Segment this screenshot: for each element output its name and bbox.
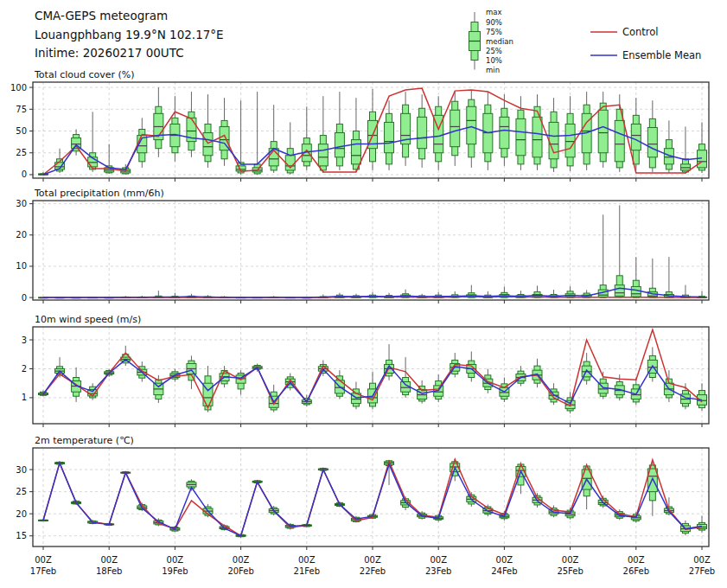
- panel-title-precip: Total precipitation (mm/6h): [34, 188, 164, 199]
- x-tick-date: 24Feb: [491, 566, 517, 576]
- boxplot: [335, 92, 344, 170]
- boxplot: [302, 106, 311, 170]
- legend-box-label: 90%: [486, 18, 502, 27]
- y-tick-label: 0: [22, 169, 27, 179]
- boxplot: [615, 205, 624, 297]
- y-tick-label: 15: [16, 531, 27, 540]
- boxplot: [154, 87, 163, 157]
- boxplot: [680, 285, 690, 297]
- y-tick-label: 1: [22, 393, 27, 402]
- y-tick-label: 0: [22, 293, 27, 303]
- panel-wind: 12310m wind speed (m/s): [22, 314, 709, 427]
- boxplot: [467, 90, 476, 168]
- legend-boxplot-sample: max90%75%median25%10%min: [469, 8, 513, 74]
- boxplot: [680, 126, 690, 173]
- x-tick-date: 23Feb: [425, 566, 451, 576]
- grid: [33, 201, 709, 300]
- x-tick-date: 17Feb: [30, 566, 56, 576]
- boxplot: [598, 214, 608, 297]
- y-tick-label: 30: [16, 199, 27, 208]
- boxplot: [598, 92, 608, 168]
- y-tick-label: 50: [16, 126, 27, 136]
- legend-box-label: median: [486, 37, 513, 46]
- boxplot: [664, 120, 673, 173]
- boxplot: [647, 347, 657, 381]
- boxplot: [236, 370, 246, 394]
- boxplot: [631, 378, 641, 406]
- boxplot: [532, 94, 542, 170]
- boxplot: [318, 96, 328, 173]
- boxplot: [401, 92, 411, 166]
- boxplot: [434, 96, 443, 170]
- panel-title-wind: 10m wind speed (m/s): [35, 314, 141, 325]
- y-tick-label: 25: [16, 487, 27, 496]
- x-tick-date: 21Feb: [294, 566, 320, 576]
- boxplot: [220, 98, 229, 166]
- boxplot: [698, 122, 707, 173]
- grid: [33, 448, 709, 546]
- panel-precip: 0102030Total precipitation (mm/6h): [16, 188, 709, 304]
- meteogram-figure: CMA-GEPS meteogram Louangphbang 19.9°N 1…: [0, 0, 727, 588]
- boxplot: [401, 357, 411, 398]
- x-tick-time: 00Z: [430, 555, 447, 565]
- precip-frame: [33, 201, 709, 300]
- boxplot: [252, 92, 262, 175]
- x-tick-date: 20Feb: [227, 566, 253, 576]
- y-tick-label: 2: [22, 364, 27, 374]
- boxplot: [351, 98, 360, 172]
- legend-control-label: Control: [622, 26, 659, 38]
- x-tick-time: 00Z: [693, 555, 711, 565]
- x-tick-time: 00Z: [562, 555, 579, 565]
- temp-frame: [33, 448, 709, 546]
- boxplot: [187, 355, 196, 388]
- x-tick-time: 00Z: [628, 555, 645, 565]
- boxplot: [664, 257, 673, 297]
- x-tick-date: 18Feb: [96, 566, 122, 576]
- legend-mean-label: Ensemble Mean: [622, 49, 701, 61]
- grid: [33, 327, 709, 424]
- x-tick-date: 22Feb: [360, 566, 386, 576]
- boxplot: [664, 370, 673, 402]
- y-tick-label: 3: [22, 336, 27, 345]
- boxplot: [203, 94, 213, 168]
- boxplot: [385, 100, 394, 170]
- x-tick-time: 00Z: [496, 555, 513, 565]
- panel-title-temp: 2m temperature (℃): [35, 435, 134, 446]
- x-tick-date: 26Feb: [623, 566, 649, 576]
- cloud-boxplots: [39, 87, 707, 175]
- x-tick-date: 19Feb: [162, 566, 188, 576]
- boxplot: [698, 383, 707, 411]
- boxplot: [565, 96, 575, 171]
- boxplot: [647, 100, 657, 172]
- legend-box-label: max: [486, 8, 502, 16]
- x-tick-time: 00Z: [167, 555, 184, 565]
- meteogram-chart: 0255075100Total cloud cover (%)0102030To…: [0, 0, 727, 588]
- x-tick-time: 00Z: [35, 555, 52, 565]
- x-tick-time: 00Z: [364, 555, 381, 565]
- boxplot: [170, 96, 180, 162]
- wind-frame: [33, 327, 709, 424]
- y-tick-label: 10: [16, 261, 27, 271]
- y-tick-label: 20: [16, 230, 27, 240]
- legend-box-label: 75%: [486, 28, 502, 36]
- legend-box-label: 25%: [486, 47, 502, 55]
- boxplot: [647, 259, 657, 297]
- panel-temp: 152025302m temperature (℃): [16, 435, 709, 550]
- y-tick-label: 25: [16, 148, 27, 157]
- x-axis-labels: 00Z17Feb00Z18Feb00Z19Feb00Z20Feb00Z21Feb…: [30, 555, 715, 576]
- x-tick-time: 00Z: [233, 555, 250, 565]
- boxplot: [269, 105, 278, 173]
- boxplot: [698, 516, 707, 533]
- boxplot: [450, 92, 460, 166]
- panel-cloud: 0255075100Total cloud cover (%): [10, 69, 709, 182]
- y-tick-label: 20: [16, 509, 27, 519]
- boxplot: [532, 359, 542, 387]
- legend-box-label: 10%: [486, 56, 502, 65]
- boxplot: [335, 370, 344, 399]
- y-tick-label: 30: [16, 465, 27, 475]
- x-tick-date: 25Feb: [557, 566, 583, 576]
- boxplot: [368, 89, 378, 170]
- boxplot: [582, 353, 591, 385]
- boxplot: [203, 366, 213, 412]
- boxplot: [418, 94, 427, 168]
